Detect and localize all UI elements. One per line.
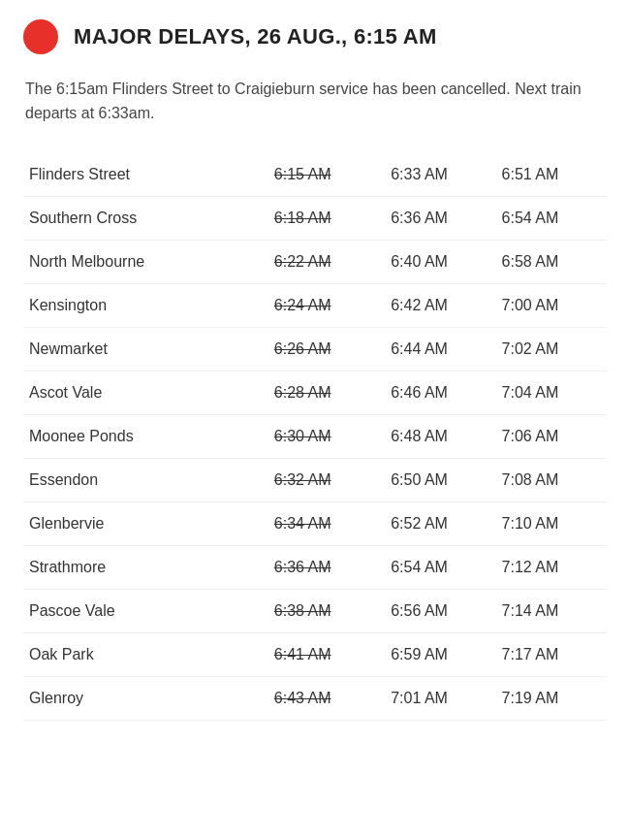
station-name: Essendon <box>23 458 268 501</box>
table-row: Pascoe Vale 6:38 AM 6:56 AM 7:14 AM <box>23 589 607 632</box>
cancelled-time: 6:26 AM <box>268 327 385 371</box>
next-time: 6:59 AM <box>385 632 495 676</box>
station-name: Ascot Vale <box>23 371 268 414</box>
after-time: 7:04 AM <box>496 371 607 414</box>
cancelled-time: 6:30 AM <box>268 414 385 458</box>
next-time: 6:40 AM <box>385 240 495 283</box>
after-time: 7:19 AM <box>496 676 607 720</box>
cancelled-time: 6:34 AM <box>268 501 385 545</box>
cancelled-time: 6:22 AM <box>268 240 385 283</box>
table-row: Kensington 6:24 AM 6:42 AM 7:00 AM <box>23 283 607 327</box>
table-row: Flinders Street 6:15 AM 6:33 AM 6:51 AM <box>23 153 607 197</box>
next-time: 6:46 AM <box>385 371 495 414</box>
next-time: 6:33 AM <box>385 153 495 197</box>
next-time: 6:52 AM <box>385 501 495 545</box>
table-row: Moonee Ponds 6:30 AM 6:48 AM 7:06 AM <box>23 414 607 458</box>
schedule-table: Flinders Street 6:15 AM 6:33 AM 6:51 AM … <box>23 153 607 721</box>
station-name: Strathmore <box>23 545 268 589</box>
after-time: 6:54 AM <box>496 196 607 240</box>
cancelled-time: 6:41 AM <box>268 632 385 676</box>
next-time: 6:50 AM <box>385 458 495 501</box>
table-row: North Melbourne 6:22 AM 6:40 AM 6:58 AM <box>23 240 607 283</box>
next-time: 6:44 AM <box>385 327 495 371</box>
station-name: Glenbervie <box>23 501 268 545</box>
next-time: 6:42 AM <box>385 283 495 327</box>
table-row: Newmarket 6:26 AM 6:44 AM 7:02 AM <box>23 327 607 371</box>
alert-dot <box>23 19 58 54</box>
next-time: 7:01 AM <box>385 676 495 720</box>
station-name: Kensington <box>23 283 268 327</box>
alert-title: MAJOR DELAYS, 26 AUG., 6:15 AM <box>74 24 437 49</box>
cancelled-time: 6:18 AM <box>268 196 385 240</box>
table-row: Essendon 6:32 AM 6:50 AM 7:08 AM <box>23 458 607 501</box>
after-time: 7:02 AM <box>496 327 607 371</box>
table-row: Glenroy 6:43 AM 7:01 AM 7:19 AM <box>23 676 607 720</box>
table-row: Glenbervie 6:34 AM 6:52 AM 7:10 AM <box>23 501 607 545</box>
after-time: 7:00 AM <box>496 283 607 327</box>
cancelled-time: 6:38 AM <box>268 589 385 632</box>
station-name: Flinders Street <box>23 153 268 197</box>
after-time: 6:58 AM <box>496 240 607 283</box>
after-time: 7:06 AM <box>496 414 607 458</box>
table-row: Ascot Vale 6:28 AM 6:46 AM 7:04 AM <box>23 371 607 414</box>
station-name: Oak Park <box>23 632 268 676</box>
next-time: 6:56 AM <box>385 589 495 632</box>
next-time: 6:54 AM <box>385 545 495 589</box>
cancelled-time: 6:15 AM <box>268 153 385 197</box>
alert-description: The 6:15am Flinders Street to Craigiebur… <box>23 78 607 126</box>
alert-header: MAJOR DELAYS, 26 AUG., 6:15 AM <box>23 19 607 54</box>
cancelled-time: 6:24 AM <box>268 283 385 327</box>
station-name: North Melbourne <box>23 240 268 283</box>
after-time: 7:10 AM <box>496 501 607 545</box>
after-time: 7:12 AM <box>496 545 607 589</box>
cancelled-time: 6:43 AM <box>268 676 385 720</box>
after-time: 7:08 AM <box>496 458 607 501</box>
table-row: Oak Park 6:41 AM 6:59 AM 7:17 AM <box>23 632 607 676</box>
next-time: 6:48 AM <box>385 414 495 458</box>
cancelled-time: 6:32 AM <box>268 458 385 501</box>
station-name: Southern Cross <box>23 196 268 240</box>
next-time: 6:36 AM <box>385 196 495 240</box>
table-row: Southern Cross 6:18 AM 6:36 AM 6:54 AM <box>23 196 607 240</box>
cancelled-time: 6:36 AM <box>268 545 385 589</box>
station-name: Glenroy <box>23 676 268 720</box>
station-name: Moonee Ponds <box>23 414 268 458</box>
after-time: 7:14 AM <box>496 589 607 632</box>
after-time: 7:17 AM <box>496 632 607 676</box>
station-name: Pascoe Vale <box>23 589 268 632</box>
station-name: Newmarket <box>23 327 268 371</box>
table-row: Strathmore 6:36 AM 6:54 AM 7:12 AM <box>23 545 607 589</box>
cancelled-time: 6:28 AM <box>268 371 385 414</box>
after-time: 6:51 AM <box>496 153 607 197</box>
